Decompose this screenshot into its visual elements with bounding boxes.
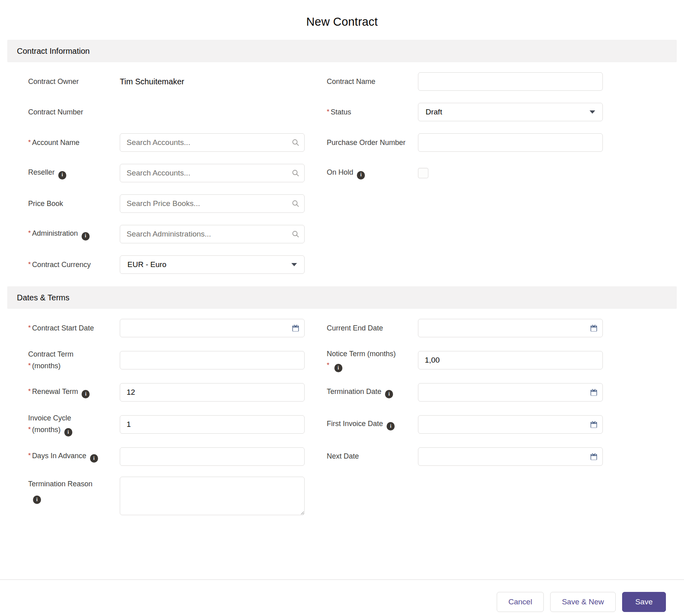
field-row: *Administrationi [28, 224, 684, 245]
section-title: Contract Information [17, 47, 90, 56]
info-icon[interactable]: i [58, 171, 66, 179]
reseller-search-input[interactable] [120, 164, 305, 182]
contract-start-date-label: *Contract Start Date [28, 322, 120, 334]
info-icon[interactable]: i [82, 232, 90, 241]
account-name-label: *Account Name [28, 137, 120, 149]
info-icon[interactable]: i [334, 364, 342, 372]
required-asterisk: * [28, 261, 31, 268]
contract-term-input[interactable] [120, 351, 305, 369]
termination-date-input[interactable] [418, 383, 603, 402]
contract-name-input[interactable] [418, 72, 603, 91]
required-asterisk: * [28, 139, 31, 146]
current-end-date-label: Current End Date [305, 322, 418, 334]
required-asterisk: * [327, 361, 330, 369]
field-row: *Renewal Termi Termination Datei [28, 382, 684, 403]
info-icon[interactable]: i [90, 454, 98, 463]
contract-currency-selected-value: EUR - Euro [127, 260, 166, 269]
reseller-label: Reselleri [28, 167, 120, 179]
field-row: *Contract Start Date Current End Date [28, 318, 684, 339]
field-row: Termination Reason i [28, 477, 684, 517]
required-asterisk: * [28, 362, 31, 369]
section-header-contract-information: Contract Information [7, 40, 677, 62]
field-row: Contract Term *(months) Notice Term (mon… [28, 348, 684, 372]
renewal-term-label: *Renewal Termi [28, 386, 120, 398]
section-body-contract-information: Contract Owner Tim Schuitemaker Contract… [0, 62, 684, 286]
field-row: *Account Name Purchase Order Number [28, 132, 684, 153]
contract-currency-select[interactable]: EUR - Euro [120, 255, 305, 274]
purchase-order-number-input[interactable] [418, 133, 603, 152]
days-in-advance-label: *Days In Advancei [28, 450, 120, 463]
calendar-icon[interactable] [590, 388, 598, 396]
administration-label: *Administrationi [28, 228, 120, 240]
price-book-search-input[interactable] [120, 194, 305, 213]
info-icon[interactable]: i [387, 422, 395, 430]
field-row: *Days In Advancei Next Date [28, 446, 684, 467]
contract-name-label: Contract Name [305, 76, 418, 88]
save-button[interactable]: Save [622, 592, 666, 612]
search-icon[interactable] [292, 230, 299, 238]
field-row: Price Book [28, 193, 684, 214]
modal-footer: Cancel Save & New Save [0, 579, 684, 616]
first-invoice-date-input[interactable] [418, 415, 603, 434]
info-icon[interactable]: i [357, 171, 365, 179]
status-select[interactable]: Draft [418, 103, 603, 121]
contract-owner-label: Contract Owner [28, 76, 120, 88]
section-body-dates-terms: *Contract Start Date Current End Date [0, 309, 684, 528]
contract-start-date-input[interactable] [120, 319, 305, 337]
required-asterisk: * [28, 324, 31, 332]
on-hold-label: On Holdi [305, 167, 418, 179]
field-row: Contract Owner Tim Schuitemaker Contract… [28, 71, 684, 92]
purchase-order-number-label: Purchase Order Number [305, 137, 418, 149]
required-asterisk: * [28, 388, 31, 395]
calendar-icon[interactable] [590, 324, 598, 332]
section-title: Dates & Terms [17, 293, 70, 302]
calendar-icon[interactable] [292, 324, 299, 332]
termination-reason-textarea[interactable] [120, 477, 305, 515]
chevron-down-icon [291, 263, 297, 266]
renewal-term-input[interactable] [120, 383, 305, 402]
required-asterisk: * [28, 452, 31, 459]
calendar-icon[interactable] [590, 420, 598, 428]
contract-term-label: Contract Term *(months) [28, 349, 120, 372]
first-invoice-date-label: First Invoice Datei [305, 418, 418, 430]
info-icon[interactable]: i [82, 390, 90, 398]
required-asterisk: * [28, 229, 31, 237]
invoice-cycle-input[interactable] [120, 415, 305, 434]
field-row: Reselleri On Holdi [28, 163, 684, 184]
days-in-advance-input[interactable] [120, 447, 305, 466]
required-asterisk: * [28, 426, 31, 433]
chevron-down-icon [590, 110, 595, 114]
next-date-input[interactable] [418, 447, 603, 466]
notice-term-label: Notice Term (months) *i [305, 348, 418, 372]
account-name-search-input[interactable] [120, 133, 305, 152]
section-header-dates-terms: Dates & Terms [7, 286, 677, 309]
administration-search-input[interactable] [120, 225, 305, 243]
field-row: Contract Number *Status Draft [28, 102, 684, 122]
calendar-icon[interactable] [590, 453, 598, 460]
on-hold-checkbox[interactable] [418, 168, 428, 178]
info-icon[interactable]: i [64, 428, 72, 437]
contract-currency-label: *Contract Currency [28, 259, 120, 271]
notice-term-input[interactable] [418, 351, 603, 369]
cancel-button[interactable]: Cancel [497, 592, 544, 612]
search-icon[interactable] [292, 139, 299, 147]
termination-date-label: Termination Datei [305, 386, 418, 398]
save-and-new-button[interactable]: Save & New [550, 592, 616, 612]
status-label: *Status [305, 106, 418, 118]
field-row: Invoice Cycle *(months)i First Invoice D… [28, 412, 684, 437]
contract-number-label: Contract Number [28, 106, 120, 118]
status-selected-value: Draft [426, 108, 442, 116]
price-book-label: Price Book [28, 198, 120, 210]
next-date-label: Next Date [305, 451, 418, 462]
termination-reason-label: Termination Reason i [28, 477, 120, 504]
search-icon[interactable] [292, 169, 299, 177]
invoice-cycle-label: Invoice Cycle *(months)i [28, 412, 120, 437]
info-icon[interactable]: i [385, 390, 393, 398]
info-icon[interactable]: i [33, 496, 41, 504]
field-row: *Contract Currency EUR - Euro [28, 254, 684, 275]
current-end-date-input[interactable] [418, 319, 603, 337]
required-asterisk: * [327, 108, 330, 116]
contract-owner-value: Tim Schuitemaker [120, 77, 305, 86]
search-icon[interactable] [292, 200, 299, 208]
page-title: New Contract [0, 0, 684, 29]
